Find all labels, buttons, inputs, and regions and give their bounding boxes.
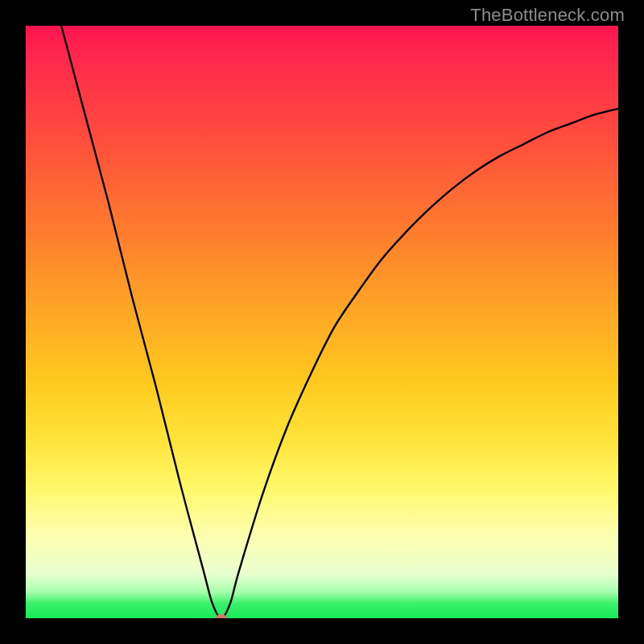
- watermark-label: TheBottleneck.com: [470, 5, 625, 26]
- plot-area: [26, 26, 618, 618]
- bottleneck-curve-svg: [26, 26, 618, 618]
- chart-frame: TheBottleneck.com: [0, 0, 644, 644]
- bottleneck-curve-path: [61, 26, 618, 618]
